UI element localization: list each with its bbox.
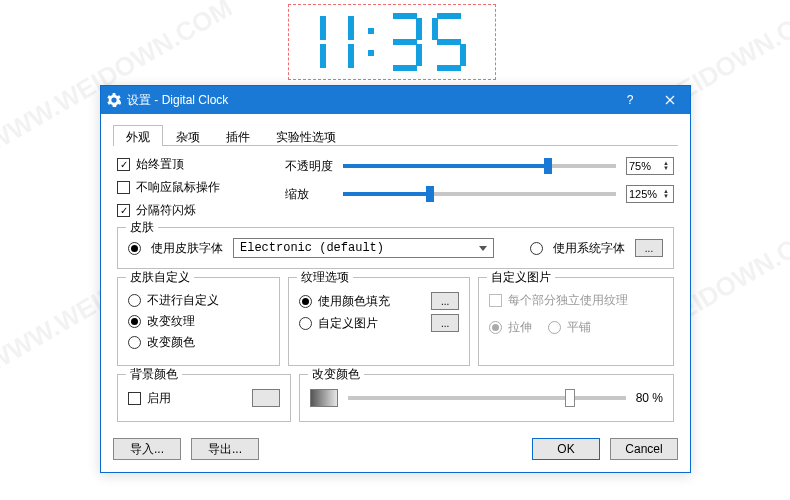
group-skin: 皮肤 使用皮肤字体 Electronic (default) 使用系统字体 bbox=[117, 227, 674, 269]
tab-appearance[interactable]: 外观 bbox=[113, 125, 163, 146]
close-button[interactable] bbox=[650, 86, 690, 114]
label-stretch: 拉伸 bbox=[508, 319, 532, 336]
label-sep-blink: 分隔符闪烁 bbox=[136, 202, 196, 219]
radio-skin-font[interactable] bbox=[128, 242, 141, 255]
label-change-value: 80 % bbox=[636, 391, 663, 405]
dialog-title: 设置 - Digital Clock bbox=[127, 92, 610, 109]
radio-tile bbox=[548, 321, 561, 334]
button-tex-color[interactable] bbox=[431, 292, 459, 310]
slider-change[interactable] bbox=[348, 396, 625, 400]
check-bg-enable[interactable] bbox=[128, 392, 141, 405]
label-opacity: 不透明度 bbox=[285, 158, 333, 175]
label-bg-enable: 启用 bbox=[147, 390, 246, 407]
group-bgcolor: 背景颜色 启用 bbox=[117, 374, 291, 422]
swatch-bg[interactable] bbox=[252, 389, 280, 407]
group-texture-label: 纹理选项 bbox=[297, 269, 353, 286]
label-cust-color: 改变颜色 bbox=[147, 334, 195, 351]
help-button[interactable]: ? bbox=[610, 86, 650, 114]
swatch-change[interactable] bbox=[310, 389, 338, 407]
slider-opacity[interactable] bbox=[343, 164, 616, 168]
group-bg-label: 背景颜色 bbox=[126, 366, 182, 383]
radio-tex-fill[interactable] bbox=[299, 295, 312, 308]
titlebar: 设置 - Digital Clock ? bbox=[101, 86, 690, 114]
clock-widget[interactable] bbox=[288, 4, 496, 80]
label-per-part: 每个部分独立使用纹理 bbox=[508, 292, 628, 309]
button-import[interactable]: 导入... bbox=[113, 438, 181, 460]
tab-bar: 外观 杂项 插件 实验性选项 bbox=[113, 124, 678, 146]
group-image: 自定义图片 每个部分独立使用纹理 拉伸 平铺 bbox=[478, 277, 674, 366]
settings-dialog: 设置 - Digital Clock ? 外观 杂项 插件 实验性选项 始终置顶… bbox=[100, 85, 691, 473]
slider-zoom[interactable] bbox=[343, 192, 616, 196]
dropdown-skin[interactable]: Electronic (default) bbox=[233, 238, 494, 258]
label-zoom: 缩放 bbox=[285, 186, 333, 203]
check-always-on-top[interactable] bbox=[117, 158, 130, 171]
tab-misc[interactable]: 杂项 bbox=[163, 125, 213, 146]
label-system-font: 使用系统字体 bbox=[553, 240, 625, 257]
group-change-label: 改变颜色 bbox=[308, 366, 364, 383]
label-tex-fill: 使用颜色填充 bbox=[318, 293, 426, 310]
tab-plugins[interactable]: 插件 bbox=[213, 125, 263, 146]
check-per-part bbox=[489, 294, 502, 307]
radio-cust-none[interactable] bbox=[128, 294, 141, 307]
check-no-mouse[interactable] bbox=[117, 181, 130, 194]
group-change-color: 改变颜色 80 % bbox=[299, 374, 674, 422]
radio-system-font[interactable] bbox=[530, 242, 543, 255]
spin-opacity[interactable]: 75%▲▼ bbox=[626, 157, 674, 175]
gear-icon bbox=[107, 93, 121, 107]
button-ok[interactable]: OK bbox=[532, 438, 600, 460]
radio-cust-color[interactable] bbox=[128, 336, 141, 349]
button-system-font-picker[interactable] bbox=[635, 239, 663, 257]
group-customize: 皮肤自定义 不进行自定义 改变纹理 改变颜色 bbox=[117, 277, 280, 366]
group-customize-label: 皮肤自定义 bbox=[126, 269, 194, 286]
button-tex-image[interactable] bbox=[431, 314, 459, 332]
label-no-mouse: 不响应鼠标操作 bbox=[136, 179, 220, 196]
radio-cust-texture[interactable] bbox=[128, 315, 141, 328]
group-texture: 纹理选项 使用颜色填充 自定义图片 bbox=[288, 277, 471, 366]
button-cancel[interactable]: Cancel bbox=[610, 438, 678, 460]
label-cust-none: 不进行自定义 bbox=[147, 292, 219, 309]
clock-display bbox=[297, 10, 487, 74]
group-image-label: 自定义图片 bbox=[487, 269, 555, 286]
spin-zoom[interactable]: 125%▲▼ bbox=[626, 185, 674, 203]
label-skin-font: 使用皮肤字体 bbox=[151, 240, 223, 257]
label-always-on-top: 始终置顶 bbox=[136, 156, 184, 173]
button-export[interactable]: 导出... bbox=[191, 438, 259, 460]
radio-stretch bbox=[489, 321, 502, 334]
check-sep-blink[interactable] bbox=[117, 204, 130, 217]
label-tex-image: 自定义图片 bbox=[318, 315, 426, 332]
group-skin-label: 皮肤 bbox=[126, 219, 158, 236]
label-tile: 平铺 bbox=[567, 319, 591, 336]
tab-experimental[interactable]: 实验性选项 bbox=[263, 125, 349, 146]
label-cust-texture: 改变纹理 bbox=[147, 313, 195, 330]
radio-tex-image[interactable] bbox=[299, 317, 312, 330]
